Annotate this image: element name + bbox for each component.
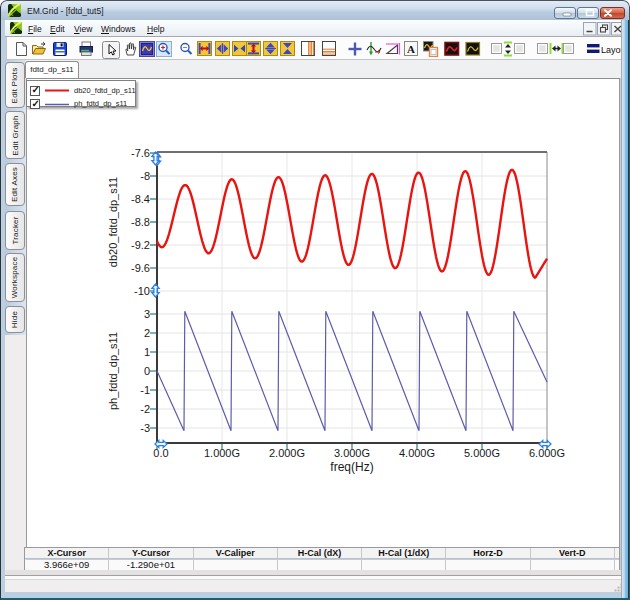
- svg-text:A: A: [407, 43, 415, 55]
- svg-text:-1: -1: [140, 384, 150, 396]
- svg-text:-8: -8: [140, 170, 150, 182]
- svg-text:-7.6: -7.6: [131, 147, 150, 159]
- svg-text:5.000G: 5.000G: [464, 447, 500, 459]
- svg-text:1: 1: [144, 346, 150, 358]
- svg-text:0.0: 0.0: [153, 447, 168, 459]
- svg-text:ph_fdtd_dp_s11: ph_fdtd_dp_s11: [107, 332, 119, 410]
- svg-text:4.000G: 4.000G: [399, 447, 435, 459]
- svg-text:-8.4: -8.4: [131, 193, 150, 205]
- svg-text:6.000G: 6.000G: [529, 447, 565, 459]
- svg-text:0: 0: [144, 365, 150, 377]
- svg-text:-9.6: -9.6: [131, 262, 150, 274]
- svg-text:db20_fdtd_dp_s11: db20_fdtd_dp_s11: [107, 177, 119, 267]
- svg-text:2: 2: [144, 327, 150, 339]
- svg-text:2.000G: 2.000G: [269, 447, 305, 459]
- svg-text:freq(Hz): freq(Hz): [330, 460, 373, 474]
- svg-text:1.000G: 1.000G: [204, 447, 240, 459]
- svg-text:-8.8: -8.8: [131, 216, 150, 228]
- svg-text:3: 3: [144, 308, 150, 320]
- svg-text:-3: -3: [140, 422, 150, 434]
- svg-text:3.000G: 3.000G: [334, 447, 370, 459]
- svg-text:-9.2: -9.2: [131, 239, 150, 251]
- svg-text:-2: -2: [140, 403, 150, 415]
- svg-text:-10: -10: [134, 285, 150, 297]
